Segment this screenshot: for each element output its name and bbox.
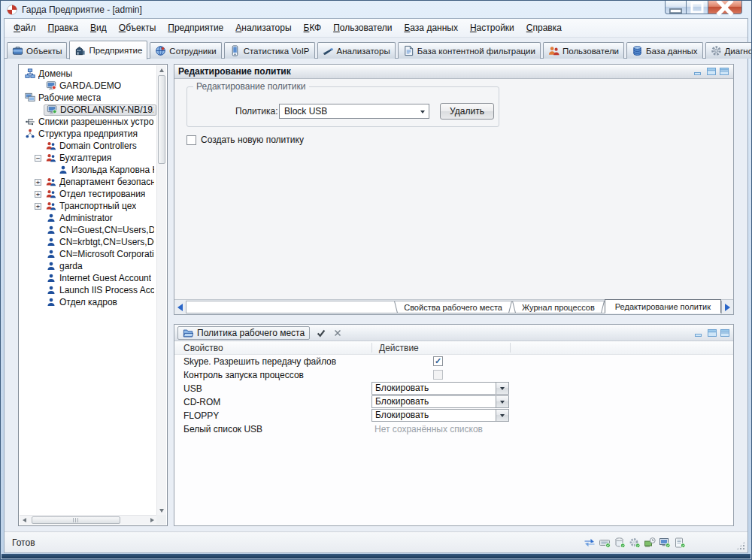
panel-minimize-icon[interactable] [693,67,704,76]
tree-item-cn-microsoft[interactable]: CN=Microsoft Corporation,L=Re [20,248,156,260]
tree-item-cn-guest[interactable]: CN=Guest,CN=Users,DC=garda,D [20,224,156,236]
tree-item-garda[interactable]: garda [20,260,156,272]
menu-database[interactable]: База данных [398,20,463,36]
menu-settings[interactable]: Настройки [464,20,520,36]
database-status-icon[interactable] [614,537,626,549]
tree-item-label: Internet Guest Account [59,273,151,283]
tab-objects[interactable]: Объекты [7,42,67,59]
tree-item-domain-controllers[interactable]: Domain Controllers [20,140,156,152]
resize-grip[interactable] [736,541,745,550]
vertical-scroll-thumb[interactable] [158,75,165,164]
expander-minus-icon[interactable]: − [35,155,41,162]
restore-button[interactable] [687,1,708,14]
panel-maximize-icon[interactable] [706,67,717,76]
tab-diagnostics[interactable]: Диагностика [705,42,752,59]
expander-plus-icon[interactable]: + [35,203,41,210]
minimize-button[interactable] [665,1,687,14]
tab-employees[interactable]: Сотрудники [150,42,221,59]
policy-select[interactable]: Block USB [279,104,429,119]
tree-item-dgorlanskiy-nb[interactable]: DGORLANSKIY-NB/192.168.21.1 [20,104,156,116]
services-status-icon[interactable] [629,537,641,549]
menu-view[interactable]: Вид [84,20,113,36]
scroll-down-button[interactable] [157,506,166,515]
tab-voip-stats[interactable]: Статистика VoIP [224,42,315,59]
menu-edit[interactable]: Правка [42,20,85,36]
tab-analyzers[interactable]: Анализаторы [317,42,396,59]
tree-item-content: Administrator [44,212,115,224]
export-icon[interactable] [599,537,611,549]
tree-item-transport-dept[interactable]: +Транспортный цех [20,200,156,212]
tree-item-domains[interactable]: Домены [20,68,156,80]
dropdown-arrow-icon[interactable] [496,383,508,394]
tree-item-launch-iis-process-account[interactable]: Launch IIS Process Account [20,284,156,296]
bottom-tab-policy-editing[interactable]: Редактирование политик [605,299,721,313]
cancel-icon[interactable] [332,328,343,338]
workstation-policy-button[interactable]: Политика рабочего места [177,326,310,340]
tree-vertical-scrollbar[interactable] [156,65,166,515]
tree-item-content: Бухгалтерия [44,152,114,164]
floppy-select[interactable]: Блокировать [371,409,509,422]
tab-database[interactable]: База данных [626,42,703,59]
tree-item-izolda-konskaya[interactable]: Изольда Карловна Конская [20,164,156,176]
tab-enterprise[interactable]: Предприятие [69,41,147,59]
tree-item-allowed-device-lists[interactable]: Списки разрешенных устройств [20,116,156,128]
workstation-policy-button-label: Политика рабочего места [197,328,305,338]
menu-analyzers[interactable]: Анализаторы [229,20,297,36]
horizontal-scroll-thumb[interactable] [32,516,120,524]
dropdown-arrow-icon[interactable] [417,107,429,116]
tree-item-workstations[interactable]: Рабочие места [20,92,156,104]
tree-item-internet-guest-account[interactable]: Internet Guest Account [20,272,156,284]
titlebar[interactable]: Гарда Предприятие - [admin] [1,1,751,18]
journal-status-icon[interactable] [674,537,686,549]
tabs-scroll-right-button[interactable] [723,301,732,313]
menu-help[interactable]: Справка [520,20,568,36]
menu-objects[interactable]: Объекты [113,20,162,36]
replication-icon[interactable] [584,537,596,549]
tab-content-filter-db[interactable]: База контентной фильтрации [398,42,541,59]
menu-users[interactable]: Пользователи [327,20,398,36]
tree-horizontal-scrollbar[interactable] [20,515,156,525]
user-group-icon [46,141,56,151]
close-button[interactable] [708,1,742,14]
tree-item-security-dept[interactable]: +Департамент безопасности [20,176,156,188]
expander-plus-icon[interactable]: + [35,191,41,198]
tree-item-content: Internet Guest Account [44,272,153,284]
tree-item-label: garda [59,261,83,271]
dropdown-arrow-icon[interactable] [496,396,508,407]
globe-icon [155,45,166,56]
tree-item-content: GARDA.DEMO [44,80,123,92]
panel-split-icon[interactable] [720,328,730,338]
expander-plus-icon[interactable]: + [35,179,41,186]
tree-item-garda-demo[interactable]: GARDA.DEMO [20,80,156,92]
scroll-left-button[interactable] [20,516,29,525]
menu-file[interactable]: Файл [8,20,42,36]
tabs-scroll-left-button[interactable] [175,301,185,313]
tree-item-accounting[interactable]: −Бухгалтерия [20,152,156,164]
dropdown-arrow-icon[interactable] [496,410,508,421]
cd-rom-select[interactable]: Блокировать [371,395,509,408]
tree-item-org-structure[interactable]: Структура предприятия [20,128,156,140]
process-launch-control-checkbox[interactable] [433,370,443,380]
usb-select[interactable]: Блокировать [371,382,509,395]
panel-maximize-icon[interactable] [707,328,717,338]
tree-item-cn-krbtgt[interactable]: CN=krbtgt,CN=Users,DC=garda,D [20,236,156,248]
delete-policy-button[interactable]: Удалить [440,103,494,120]
tree-item-testing-dept[interactable]: +Отдел тестирования [20,188,156,200]
right-column: Редактирование политик Редактирование по… [174,64,734,526]
skype-file-transfer-checkbox[interactable] [433,356,443,366]
panel-minimize-icon[interactable] [694,328,705,338]
menu-bkf[interactable]: БКФ [298,20,328,36]
create-policy-checkbox[interactable] [186,135,196,145]
tree-item-administrator[interactable]: Administrator [20,212,156,224]
tree-item-hr-dept[interactable]: Отдел кадров [20,296,156,308]
adapter-status-icon[interactable] [644,537,656,549]
bottom-tab-workstation-properties[interactable]: Свойства рабочего места [394,301,512,313]
panel-split-icon[interactable] [719,67,729,76]
scroll-right-button[interactable] [147,516,156,525]
bottom-tab-process-log[interactable]: Журнал процессов [512,301,605,313]
scroll-up-button[interactable] [157,65,166,74]
menu-enterprise[interactable]: Предприятие [162,20,229,36]
agent-status-icon[interactable] [659,537,671,549]
apply-icon[interactable] [316,328,326,338]
tab-users[interactable]: Пользователи [543,42,624,59]
